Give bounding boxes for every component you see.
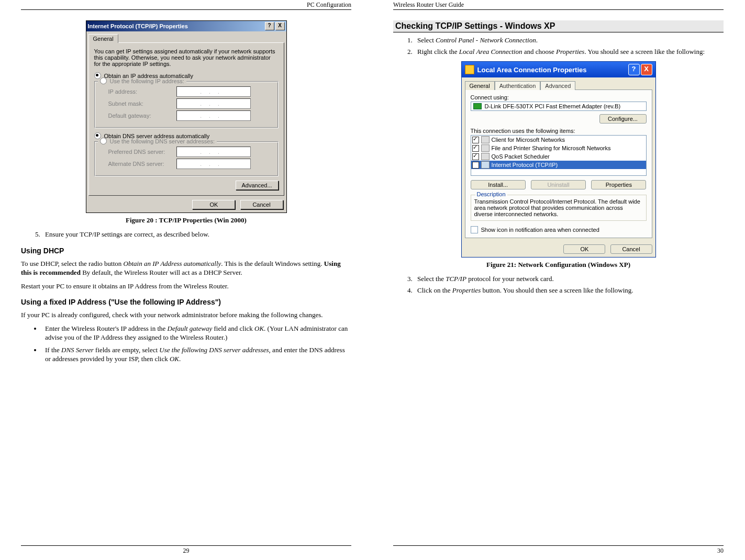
- radio-use-ip-label: Use the following IP address:: [110, 78, 184, 84]
- advanced-row: Advanced...: [94, 181, 279, 190]
- radio-dot-icon: [100, 77, 107, 84]
- ip-group: Use the following IP address: IP address…: [94, 81, 279, 128]
- ok-cancel-row: OK Cancel: [86, 198, 286, 212]
- radio-dot-icon: [100, 138, 107, 144]
- input-ip[interactable]: [176, 86, 251, 97]
- label-gateway: Default gateway:: [108, 113, 176, 119]
- list-item-label: Internet Protocol (TCP/IP): [492, 162, 558, 168]
- tab-strip: General: [86, 31, 286, 42]
- text: . This is the default Windows setting.: [221, 260, 324, 267]
- text-italic: OK: [170, 355, 179, 363]
- tab-advanced[interactable]: Advanced: [540, 81, 575, 90]
- bullet-1: Enter the Wireless Router's IP address i…: [42, 324, 351, 342]
- checkbox-icon[interactable]: [472, 153, 479, 160]
- close-button[interactable]: X: [641, 64, 652, 75]
- steps-list-right-2: Select the TCP/IP protocol for your netw…: [393, 274, 724, 295]
- radio-dot-icon: [94, 132, 101, 139]
- help-button[interactable]: ?: [265, 22, 274, 30]
- description-text: Transmission Control Protocol/Internet P…: [474, 198, 643, 217]
- text-italic: DNS Server: [61, 346, 94, 354]
- dialog-title: Local Area Connection Properties: [477, 66, 628, 74]
- checkbox-icon[interactable]: [471, 226, 478, 233]
- description-legend: Description: [475, 191, 507, 197]
- ok-button[interactable]: OK: [563, 244, 605, 254]
- page-header-right: Wireless Router User Guide: [393, 0, 724, 10]
- input-subnet[interactable]: [176, 98, 251, 109]
- text: fields are empty, select: [94, 346, 160, 354]
- show-icon-checkbox[interactable]: Show icon in notification area when conn…: [471, 226, 647, 233]
- fixed-bullets: Enter the Wireless Router's IP address i…: [21, 324, 351, 364]
- ok-cancel-row: OK Cancel: [462, 241, 655, 257]
- items-listbox[interactable]: Client for Microsoft Networks File and P…: [471, 135, 647, 176]
- component-icon: [481, 136, 490, 143]
- close-button[interactable]: X: [275, 22, 285, 30]
- tab-general[interactable]: General: [88, 34, 118, 43]
- steps-list-left: Ensure your TCP/IP settings are correct,…: [21, 230, 351, 239]
- input-pref-dns[interactable]: [176, 147, 251, 157]
- tab-strip: GeneralAuthenticationAdvanced: [462, 77, 655, 89]
- text: To use DHCP, select the radio button: [21, 260, 124, 267]
- bullet-2: If the DNS Server fields are empty, sele…: [42, 345, 351, 364]
- label-alt-dns: Alternate DNS server:: [108, 161, 176, 167]
- list-item[interactable]: File and Printer Sharing for Microsoft N…: [471, 144, 646, 152]
- uninstall-button: Uninstall: [531, 180, 586, 189]
- text: and choose: [522, 48, 556, 55]
- cancel-button[interactable]: Cancel: [610, 244, 652, 254]
- text: Right click the: [417, 48, 459, 55]
- text-italic: TCP/IP: [446, 275, 466, 283]
- text: protocol for your network card.: [466, 275, 554, 283]
- cancel-button[interactable]: Cancel: [240, 200, 283, 209]
- radio-use-ip[interactable]: Use the following IP address:: [98, 77, 186, 84]
- radio-use-dns-label: Use the following DNS server addresses:: [110, 138, 215, 144]
- ok-button[interactable]: OK: [192, 200, 235, 209]
- dialog-titlebar: Local Area Connection Properties ? X: [462, 62, 655, 77]
- dhcp-paragraph-1: To use DHCP, select the radio button Obt…: [21, 259, 351, 277]
- input-gateway[interactable]: [176, 110, 251, 121]
- text: .: [536, 36, 538, 44]
- text-italic: Properties: [452, 286, 481, 294]
- properties-button[interactable]: Properties: [591, 180, 646, 189]
- tab-authentication[interactable]: Authentication: [495, 81, 541, 90]
- figure-21-caption: Figure 21: Network Configuration (Window…: [393, 261, 724, 269]
- heading-using-dhcp: Using DHCP: [21, 247, 351, 255]
- connect-using-label: Connect using:: [471, 94, 647, 100]
- nic-icon: [473, 103, 482, 109]
- help-button[interactable]: ?: [628, 64, 640, 75]
- description-group: Description Transmission Control Protoco…: [471, 195, 647, 221]
- text-italic: Properties: [556, 48, 584, 55]
- tab-general[interactable]: General: [465, 81, 495, 90]
- step-5: Ensure your TCP/IP settings are correct,…: [42, 230, 351, 239]
- checkbox-icon[interactable]: [472, 162, 479, 169]
- figure-20-caption: Figure 20 : TCP/IP Properties (Win 2000): [21, 216, 351, 225]
- list-item[interactable]: Client for Microsoft Networks: [471, 136, 646, 144]
- adapter-field[interactable]: D-Link DFE-530TX PCI Fast Ethernet Adapt…: [471, 102, 647, 111]
- checkbox-icon[interactable]: [472, 137, 479, 143]
- show-icon-label: Show icon in notification area when conn…: [481, 227, 599, 233]
- configure-row: Configure...: [471, 114, 647, 124]
- row-alt-dns: Alternate DNS server:: [108, 159, 274, 169]
- text: Enter the Wireless Router's IP address i…: [45, 324, 168, 332]
- label-subnet: Subnet mask:: [108, 100, 176, 107]
- dialog-body: Connect using: D-Link DFE-530TX PCI Fast…: [465, 89, 652, 238]
- page-footer-29: 29: [21, 545, 351, 555]
- install-button[interactable]: Install...: [471, 180, 526, 189]
- text: Select the: [417, 275, 446, 283]
- radio-use-dns[interactable]: Use the following DNS server addresses:: [98, 138, 217, 144]
- page-header-left: PC Configuration: [21, 0, 351, 10]
- list-item-selected[interactable]: Internet Protocol (TCP/IP): [471, 161, 646, 169]
- row-ip-address: IP address:: [108, 86, 274, 97]
- list-item-label: QoS Packet Scheduler: [492, 153, 550, 160]
- advanced-button[interactable]: Advanced...: [236, 181, 279, 190]
- list-item[interactable]: QoS Packet Scheduler: [471, 152, 646, 161]
- step-1: Select Control Panel - Network Connectio…: [414, 36, 724, 45]
- row-gateway: Default gateway:: [108, 110, 274, 121]
- text: By default, the Wireless Router will act…: [81, 268, 242, 276]
- input-alt-dns[interactable]: [176, 159, 251, 169]
- uses-items-label: This connection uses the following items…: [471, 128, 647, 134]
- configure-button[interactable]: Configure...: [599, 114, 647, 124]
- list-item-label: Client for Microsoft Networks: [492, 137, 565, 143]
- checkbox-icon[interactable]: [472, 145, 479, 152]
- dialog-titlebar: Internet Protocol (TCP/IP) Properties ? …: [86, 21, 286, 31]
- text-italic: Control Panel - Network Connection: [436, 36, 536, 44]
- list-item-label: File and Printer Sharing for Microsoft N…: [492, 145, 611, 151]
